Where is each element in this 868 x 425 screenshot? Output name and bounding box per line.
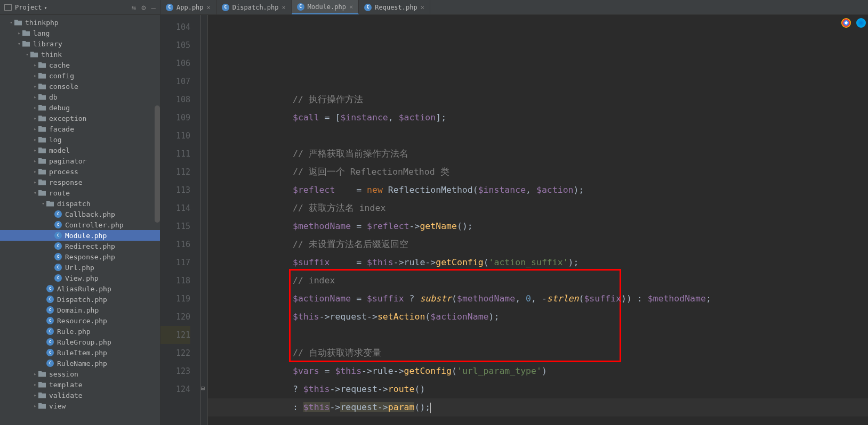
tree-arrow-icon[interactable] [32,371,38,377]
tree-arrow-icon[interactable] [32,179,38,185]
tree-arrow-icon[interactable] [32,84,38,89]
file-redirect-php[interactable]: CRedirect.php [0,241,160,251]
file-resource-php[interactable]: CResource.php [0,315,160,326]
folder-config[interactable]: config [0,70,160,81]
file-rulegroup-php[interactable]: CRuleGroup.php [0,337,160,347]
code-line[interactable]: // index [208,272,868,290]
folder-log[interactable]: log [0,134,160,145]
tree-arrow-icon[interactable] [32,94,38,100]
tree-arrow-icon[interactable] [32,105,38,110]
code-line[interactable]: $actionName = $suffix ? substr($methodNa… [208,290,868,308]
folder-console[interactable]: console [0,81,160,92]
file-url-php[interactable]: CUrl.php [0,262,160,273]
code-line[interactable]: // 未设置方法名后缀返回空 [208,235,868,254]
folder-session[interactable]: session [0,369,160,379]
close-icon[interactable]: × [282,4,286,11]
edge-icon[interactable] [856,18,866,28]
fold-column[interactable]: ⊟ [200,15,208,425]
folder-lang[interactable]: lang [0,28,160,38]
code-line[interactable]: // 执行操作方法 [208,91,868,109]
folder-template[interactable]: template [0,379,160,390]
code-line[interactable] [208,326,868,344]
code-line[interactable]: // 返回一个 ReflectionMethod 类 [208,163,868,181]
tree-arrow-icon[interactable] [32,158,38,164]
fold-marker-icon[interactable]: ⊟ [201,385,205,392]
code-line[interactable]: $vars = $this->rule->getConfig('url_para… [208,362,868,380]
project-tree[interactable]: thinkphplanglibrarythinkcacheconfigconso… [0,15,160,425]
code-line[interactable]: // 获取方法名 index [208,199,868,217]
file-controller-php[interactable]: CController.php [0,219,160,230]
file-module-php[interactable]: CModule.php [0,230,160,241]
folder-view[interactable]: view [0,401,160,411]
tab-dispatch[interactable]: CDispatch.php× [216,0,292,14]
tree-arrow-icon[interactable] [32,382,38,387]
folder-model[interactable]: model [0,145,160,156]
folder-think[interactable]: think [0,49,160,60]
file-rule-php[interactable]: CRule.php [0,326,160,337]
tree-arrow-icon[interactable] [32,116,38,121]
code-editor[interactable]: 1041051061071081091101111121131141151161… [160,15,868,425]
tree-arrow-icon[interactable] [32,148,38,153]
hide-icon[interactable]: — [151,3,156,12]
collapse-icon[interactable]: ⇆ [132,3,136,12]
code-line[interactable]: $methodName = $reflect->getName(); [208,217,868,235]
tab-request[interactable]: CRequest.php× [359,0,430,14]
folder-response[interactable]: response [0,177,160,187]
tree-arrow-icon[interactable] [24,52,30,57]
folder-cache[interactable]: cache [0,60,160,70]
folder-facade[interactable]: facade [0,124,160,134]
folder-library[interactable]: library [0,38,160,49]
code-content[interactable]: // 执行操作方法 $call = [$instance, $action]; … [208,15,868,425]
tree-arrow-icon[interactable] [32,190,38,195]
folder-paginator[interactable]: paginator [0,156,160,166]
file-view-php[interactable]: CView.php [0,273,160,283]
file-rulename-php[interactable]: CRuleName.php [0,358,160,369]
code-line[interactable]: $this->request->setAction($actionName); [208,308,868,326]
php-file-icon: C [46,285,54,292]
code-line[interactable]: // 自动获取请求变量 [208,344,868,362]
tree-arrow-icon[interactable] [40,201,46,206]
file-aliasrule-php[interactable]: CAliasRule.php [0,283,160,294]
scrollbar-thumb[interactable] [155,105,160,223]
folder-dispatch[interactable]: dispatch [0,198,160,209]
code-line[interactable]: $call = [$instance, $action]; [208,109,868,127]
code-line[interactable]: ? $this->request->route() [208,380,868,398]
folder-db[interactable]: db [0,92,160,102]
folder-validate[interactable]: validate [0,390,160,401]
folder-route[interactable]: route [0,187,160,198]
tree-arrow-icon[interactable] [32,393,38,398]
tree-arrow-icon[interactable] [32,62,38,68]
folder-thinkphp[interactable]: thinkphp [0,17,160,28]
tree-arrow-icon[interactable] [8,20,14,25]
code-line[interactable] [208,416,868,425]
code-line[interactable] [208,127,868,145]
tree-arrow-icon[interactable] [16,30,22,36]
code-line[interactable]: $reflect = new ReflectionMethod($instanc… [208,181,868,199]
tree-arrow-icon[interactable] [32,169,38,174]
close-icon[interactable]: × [421,4,424,11]
tab-app[interactable]: CApp.php× [160,0,216,14]
folder-exception[interactable]: exception [0,113,160,124]
gear-icon[interactable]: ⚙ [141,3,146,12]
file-domain-php[interactable]: CDomain.php [0,305,160,315]
tree-arrow-icon[interactable] [32,403,38,408]
code-line[interactable]: : $this->request->param(); [208,398,868,416]
close-icon[interactable]: × [349,3,353,11]
tab-module[interactable]: CModule.php× [292,0,359,14]
file-response-php[interactable]: CResponse.php [0,251,160,262]
chrome-icon[interactable] [841,18,851,28]
tree-arrow-icon[interactable] [32,137,38,142]
folder-debug[interactable]: debug [0,102,160,113]
close-icon[interactable]: × [207,4,211,11]
project-tool-header[interactable]: Project ⇆ ⚙ — [0,0,160,14]
tree-arrow-icon[interactable] [32,73,38,78]
file-dispatch-php[interactable]: CDispatch.php [0,294,160,305]
file-callback-php[interactable]: CCallback.php [0,209,160,219]
tree-arrow-icon[interactable] [32,126,38,132]
code-line[interactable]: // 严格获取当前操作方法名 [208,145,868,163]
code-line[interactable]: $suffix = $this->rule->getConfig('action… [208,254,868,272]
folder-process[interactable]: process [0,166,160,177]
tree-arrow-icon[interactable] [16,41,22,46]
folder-icon [38,371,46,377]
file-ruleitem-php[interactable]: CRuleItem.php [0,347,160,358]
